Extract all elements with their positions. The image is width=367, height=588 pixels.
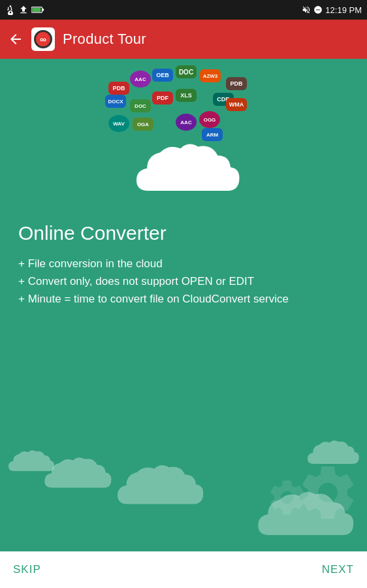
badge-pdb2: PDB bbox=[226, 77, 247, 90]
app-icon bbox=[31, 27, 55, 51]
badge-pdf: PDF bbox=[152, 91, 173, 105]
status-time: 12:19 PM bbox=[325, 5, 362, 15]
text-area: Online Converter + File conversion in th… bbox=[0, 209, 367, 315]
skip-button[interactable]: SKIP bbox=[13, 563, 41, 576]
badge-docx: DOCX bbox=[105, 95, 126, 108]
app-icon-inner bbox=[34, 30, 52, 48]
bottom-bar: SKIP NEXT bbox=[0, 551, 367, 588]
svg-rect-2 bbox=[42, 8, 44, 10]
svg-rect-1 bbox=[32, 8, 40, 12]
status-right-info: 12:19 PM bbox=[302, 5, 362, 15]
next-button[interactable]: NEXT bbox=[322, 563, 354, 576]
badge-doc2: DOC bbox=[130, 99, 151, 112]
app-bar-title: Product Tour bbox=[63, 31, 146, 48]
mute-icon bbox=[302, 5, 311, 14]
feature-list: + File conversion in the cloud + Convert… bbox=[18, 255, 349, 308]
gear-icon-small bbox=[266, 476, 308, 519]
do-not-disturb-icon bbox=[313, 5, 323, 14]
deco-cloud-3 bbox=[98, 460, 215, 519]
badge-xls: XLS bbox=[176, 89, 197, 102]
cloud-area: PDB AAC OEB DOC AZW3 PDB DOCX DOC PDF XL… bbox=[0, 59, 367, 209]
badge-azw3: AZW3 bbox=[200, 69, 221, 82]
badge-doc1: DOC bbox=[176, 65, 197, 78]
main-cloud bbox=[125, 137, 242, 209]
badge-wma: WMA bbox=[226, 98, 247, 111]
badge-pdb1: PDB bbox=[108, 82, 129, 95]
feature-item-1: + File conversion in the cloud bbox=[18, 255, 349, 272]
badge-oeb: OEB bbox=[152, 69, 173, 82]
feature-item-2: + Convert only, does not support OPEN or… bbox=[18, 272, 349, 290]
battery-icon bbox=[31, 5, 44, 15]
deco-cloud-2 bbox=[36, 453, 114, 499]
badge-aac2: AAC bbox=[176, 114, 197, 131]
feature-item-3: + Minute = time to convert file on Cloud… bbox=[18, 290, 349, 308]
back-button[interactable] bbox=[8, 31, 24, 47]
badge-oga: OGA bbox=[133, 118, 153, 131]
app-bar: Product Tour bbox=[0, 20, 367, 59]
badge-aac1: AAC bbox=[130, 71, 151, 88]
status-left-icons bbox=[5, 5, 44, 15]
usb-icon bbox=[5, 5, 16, 15]
badge-wav: WAV bbox=[108, 115, 129, 132]
deco-cloud-1 bbox=[3, 447, 56, 480]
badge-ogg: OGG bbox=[199, 111, 220, 128]
upload-icon bbox=[18, 5, 29, 15]
status-bar: 12:19 PM bbox=[0, 0, 367, 20]
section-title: Online Converter bbox=[18, 222, 349, 244]
main-content: PDB AAC OEB DOC AZW3 PDB DOCX DOC PDF XL… bbox=[0, 59, 367, 551]
